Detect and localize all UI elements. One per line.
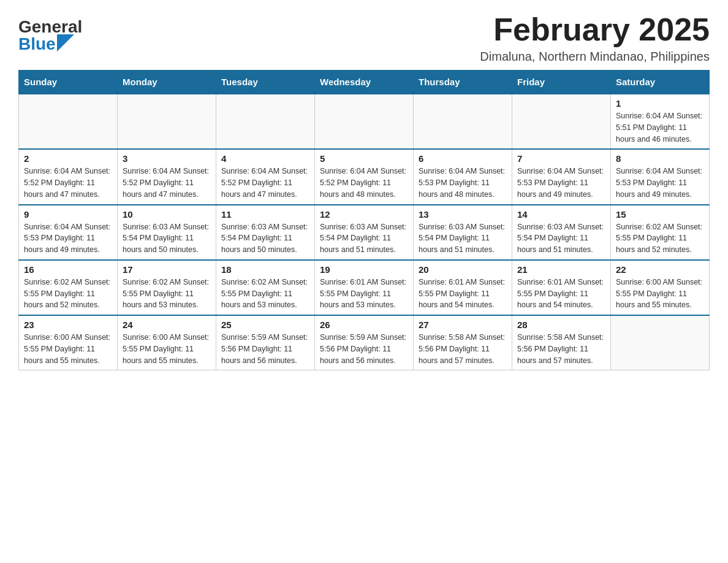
day-number: 23 [24, 320, 112, 330]
table-row [19, 94, 118, 149]
table-row: 2Sunrise: 6:04 AM Sunset: 5:52 PM Daylig… [19, 149, 118, 204]
day-number: 19 [320, 264, 408, 275]
day-number: 6 [419, 153, 507, 164]
table-row: 24Sunrise: 6:00 AM Sunset: 5:55 PM Dayli… [118, 315, 216, 370]
day-info: Sunrise: 6:02 AM Sunset: 5:55 PM Dayligh… [24, 277, 112, 311]
day-info: Sunrise: 6:04 AM Sunset: 5:53 PM Dayligh… [24, 221, 112, 256]
table-row [216, 94, 315, 149]
day-number: 21 [517, 264, 605, 275]
day-info: Sunrise: 6:03 AM Sunset: 5:54 PM Dayligh… [419, 221, 507, 256]
day-number: 13 [419, 209, 507, 220]
table-row: 9Sunrise: 6:04 AM Sunset: 5:53 PM Daylig… [19, 205, 118, 260]
day-number: 4 [221, 153, 309, 164]
day-info: Sunrise: 6:04 AM Sunset: 5:53 PM Dayligh… [616, 166, 704, 200]
day-info: Sunrise: 6:00 AM Sunset: 5:55 PM Dayligh… [24, 332, 112, 366]
table-row: 21Sunrise: 6:01 AM Sunset: 5:55 PM Dayli… [512, 260, 611, 315]
day-info: Sunrise: 6:04 AM Sunset: 5:52 PM Dayligh… [123, 166, 211, 200]
calendar-week-row: 23Sunrise: 6:00 AM Sunset: 5:55 PM Dayli… [19, 315, 710, 370]
day-info: Sunrise: 5:59 AM Sunset: 5:56 PM Dayligh… [320, 332, 408, 366]
table-row: 20Sunrise: 6:01 AM Sunset: 5:55 PM Dayli… [414, 260, 512, 315]
day-info: Sunrise: 6:00 AM Sunset: 5:55 PM Dayligh… [123, 332, 211, 366]
table-row: 28Sunrise: 5:58 AM Sunset: 5:56 PM Dayli… [512, 315, 611, 370]
day-number: 14 [517, 209, 605, 220]
header-friday: Friday [512, 71, 611, 94]
table-row: 18Sunrise: 6:02 AM Sunset: 5:55 PM Dayli… [216, 260, 315, 315]
day-number: 28 [517, 320, 605, 330]
header-sunday: Sunday [19, 71, 118, 94]
location-text: Dimaluna, Northern Mindanao, Philippines [480, 50, 710, 64]
day-number: 25 [221, 320, 309, 330]
day-info: Sunrise: 5:59 AM Sunset: 5:56 PM Dayligh… [221, 332, 309, 366]
day-number: 8 [616, 153, 704, 164]
table-row: 3Sunrise: 6:04 AM Sunset: 5:52 PM Daylig… [118, 149, 216, 204]
table-row: 25Sunrise: 5:59 AM Sunset: 5:56 PM Dayli… [216, 315, 315, 370]
day-number: 1 [616, 98, 704, 109]
day-info: Sunrise: 6:03 AM Sunset: 5:54 PM Dayligh… [320, 221, 408, 256]
day-info: Sunrise: 5:58 AM Sunset: 5:56 PM Dayligh… [419, 332, 507, 366]
day-info: Sunrise: 6:04 AM Sunset: 5:52 PM Dayligh… [320, 166, 408, 200]
table-row: 23Sunrise: 6:00 AM Sunset: 5:55 PM Dayli… [19, 315, 118, 370]
logo: General Blue [18, 18, 82, 53]
day-info: Sunrise: 6:04 AM Sunset: 5:51 PM Dayligh… [616, 110, 704, 145]
month-title: February 2025 [480, 12, 710, 47]
table-row: 5Sunrise: 6:04 AM Sunset: 5:52 PM Daylig… [315, 149, 414, 204]
table-row: 10Sunrise: 6:03 AM Sunset: 5:54 PM Dayli… [118, 205, 216, 260]
day-info: Sunrise: 6:00 AM Sunset: 5:55 PM Dayligh… [616, 277, 704, 311]
day-number: 7 [517, 153, 605, 164]
day-info: Sunrise: 6:02 AM Sunset: 5:55 PM Dayligh… [221, 277, 309, 311]
table-row: 13Sunrise: 6:03 AM Sunset: 5:54 PM Dayli… [414, 205, 512, 260]
table-row: 1Sunrise: 6:04 AM Sunset: 5:51 PM Daylig… [611, 94, 710, 149]
calendar-week-row: 2Sunrise: 6:04 AM Sunset: 5:52 PM Daylig… [19, 149, 710, 204]
calendar-week-row: 1Sunrise: 6:04 AM Sunset: 5:51 PM Daylig… [19, 94, 710, 149]
day-info: Sunrise: 6:01 AM Sunset: 5:55 PM Dayligh… [517, 277, 605, 311]
day-number: 15 [616, 209, 704, 220]
table-row: 6Sunrise: 6:04 AM Sunset: 5:53 PM Daylig… [414, 149, 512, 204]
day-number: 12 [320, 209, 408, 220]
day-number: 16 [24, 264, 112, 275]
day-number: 17 [123, 264, 211, 275]
logo-general-text: General [18, 18, 82, 36]
table-row [118, 94, 216, 149]
day-info: Sunrise: 6:04 AM Sunset: 5:52 PM Dayligh… [221, 166, 309, 200]
table-row: 27Sunrise: 5:58 AM Sunset: 5:56 PM Dayli… [414, 315, 512, 370]
day-number: 9 [24, 209, 112, 220]
day-number: 11 [221, 209, 309, 220]
logo-triangle-icon [57, 34, 74, 52]
header-tuesday: Tuesday [216, 71, 315, 94]
day-info: Sunrise: 6:03 AM Sunset: 5:54 PM Dayligh… [123, 221, 211, 256]
header-wednesday: Wednesday [315, 71, 414, 94]
day-info: Sunrise: 6:03 AM Sunset: 5:54 PM Dayligh… [517, 221, 605, 256]
table-row: 22Sunrise: 6:00 AM Sunset: 5:55 PM Dayli… [611, 260, 710, 315]
logo-blue-text: Blue [18, 36, 56, 53]
header-saturday: Saturday [611, 71, 710, 94]
table-row: 12Sunrise: 6:03 AM Sunset: 5:54 PM Dayli… [315, 205, 414, 260]
day-info: Sunrise: 6:01 AM Sunset: 5:55 PM Dayligh… [320, 277, 408, 311]
calendar-week-row: 16Sunrise: 6:02 AM Sunset: 5:55 PM Dayli… [19, 260, 710, 315]
title-block: February 2025 Dimaluna, Northern Mindana… [480, 12, 710, 64]
day-number: 2 [24, 153, 112, 164]
day-number: 20 [419, 264, 507, 275]
weekday-header-row: Sunday Monday Tuesday Wednesday Thursday… [19, 71, 710, 94]
table-row: 26Sunrise: 5:59 AM Sunset: 5:56 PM Dayli… [315, 315, 414, 370]
page-header: General Blue February 2025 Dimaluna, Nor… [18, 12, 710, 64]
table-row: 4Sunrise: 6:04 AM Sunset: 5:52 PM Daylig… [216, 149, 315, 204]
table-row: 11Sunrise: 6:03 AM Sunset: 5:54 PM Dayli… [216, 205, 315, 260]
day-number: 3 [123, 153, 211, 164]
day-info: Sunrise: 5:58 AM Sunset: 5:56 PM Dayligh… [517, 332, 605, 366]
header-thursday: Thursday [414, 71, 512, 94]
table-row: 14Sunrise: 6:03 AM Sunset: 5:54 PM Dayli… [512, 205, 611, 260]
calendar-week-row: 9Sunrise: 6:04 AM Sunset: 5:53 PM Daylig… [19, 205, 710, 260]
table-row: 8Sunrise: 6:04 AM Sunset: 5:53 PM Daylig… [611, 149, 710, 204]
day-number: 10 [123, 209, 211, 220]
day-number: 5 [320, 153, 408, 164]
day-info: Sunrise: 6:04 AM Sunset: 5:53 PM Dayligh… [419, 166, 507, 200]
table-row: 7Sunrise: 6:04 AM Sunset: 5:53 PM Daylig… [512, 149, 611, 204]
day-info: Sunrise: 6:03 AM Sunset: 5:54 PM Dayligh… [221, 221, 309, 256]
day-number: 26 [320, 320, 408, 330]
day-number: 22 [616, 264, 704, 275]
table-row: 16Sunrise: 6:02 AM Sunset: 5:55 PM Dayli… [19, 260, 118, 315]
day-info: Sunrise: 6:02 AM Sunset: 5:55 PM Dayligh… [123, 277, 211, 311]
day-info: Sunrise: 6:04 AM Sunset: 5:53 PM Dayligh… [517, 166, 605, 200]
day-info: Sunrise: 6:04 AM Sunset: 5:52 PM Dayligh… [24, 166, 112, 200]
table-row: 19Sunrise: 6:01 AM Sunset: 5:55 PM Dayli… [315, 260, 414, 315]
